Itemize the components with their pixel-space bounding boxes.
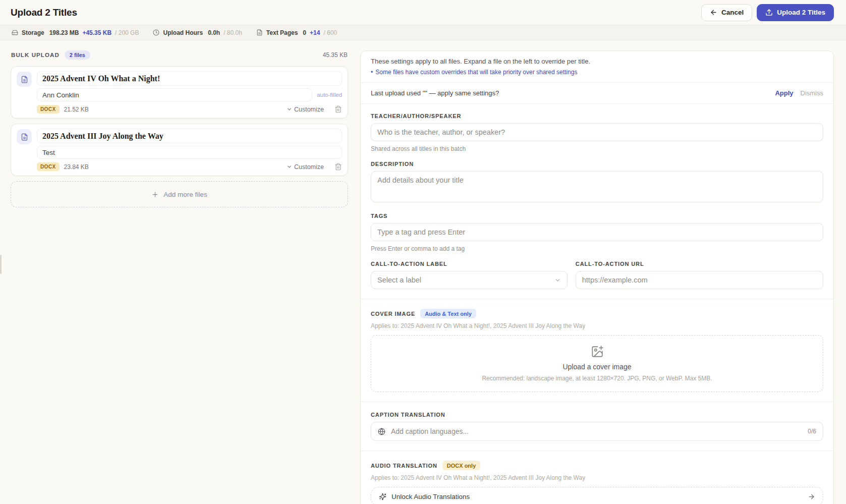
upload-hours-used: 0.0h [208,29,220,36]
page-header: Upload 2 Titles Cancel Upload 2 Titles [0,0,846,25]
image-plus-icon [591,345,604,358]
usage-stats-bar: Storage 198.23 MB +45.35 KB / 200 GB Upl… [0,25,846,40]
delete-file-button[interactable] [334,105,342,113]
override-note-text: Some files have custom overrides that wi… [375,69,577,76]
dropzone-hint: Recommended: landscape image, at least 1… [482,375,712,382]
cover-image-dropzone[interactable]: Upload a cover image Recommended: landsc… [371,335,823,392]
description-field: DESCRIPTION [371,161,823,204]
upload-titles-button[interactable]: Upload 2 Titles [757,4,834,21]
storage-stat: Storage 198.23 MB +45.35 KB / 200 GB [12,29,139,36]
storage-used: 198.23 MB [49,29,79,36]
add-more-files-button[interactable]: Add more files [11,181,348,207]
file-author-input[interactable] [37,88,312,101]
caption-translation-label: CAPTION TRANSLATION [371,412,823,418]
document-icon [17,72,32,87]
chevron-down-icon [287,164,292,170]
cta-label-select[interactable]: Select a label [371,271,568,289]
file-fields: auto-filled DOCX 21.52 KB Customize [37,71,342,114]
customize-button[interactable]: Customize [287,106,324,113]
audio-translation-section: AUDIO TRANSLATION DOCX only Applies to: … [371,461,823,504]
trash-icon [334,105,342,113]
cta-url-input[interactable] [576,271,823,289]
file-type-badge: DOCX [37,162,60,171]
storage-label: Storage [22,29,44,36]
dismiss-button[interactable]: Dismiss [801,89,824,97]
audio-applies-to: Applies to: 2025 Advent IV Oh What a Nig… [371,474,823,481]
upload-button-label: Upload 2 Titles [777,9,825,16]
file-title-input[interactable] [37,129,342,143]
author-row [37,146,342,159]
page-title: Upload 2 Titles [11,7,77,18]
caption-languages-box: 0/6 [371,422,823,441]
file-type-badge: DOCX [37,105,60,114]
audio-translation-label: AUDIO TRANSLATION [371,463,437,469]
unlock-audio-translations-button[interactable]: Unlock Audio Translations [371,487,823,504]
globe-icon [378,428,385,435]
sparkles-icon [379,493,386,500]
customize-button[interactable]: Customize [287,163,324,171]
files-count-badge: 2 files [65,50,90,60]
cta-label-value: Select a label [377,276,421,284]
chevron-down-icon [287,106,292,112]
plus-icon [151,191,159,198]
section-divider [361,402,833,402]
cta-url-field: CALL-TO-ACTION URL [576,261,823,289]
upload-hours-label: Upload Hours [163,29,203,36]
bulk-upload-header: BULK UPLOAD 2 files 45.35 KB [11,50,348,60]
file-fields: DOCX 23.84 KB Customize [37,129,342,171]
cta-label-field: CALL-TO-ACTION LABEL Select a label [371,261,568,289]
file-meta-row: DOCX 23.84 KB Customize [37,162,342,171]
audio-translation-badge: DOCX only [442,461,480,470]
text-pages-label: Text Pages [266,29,298,36]
caption-languages-input[interactable] [390,427,803,436]
tags-helper: Press Enter or comma to add a tag [371,245,823,252]
main-content: BULK UPLOAD 2 files 45.35 KB auto-filled… [0,40,846,504]
teacher-label: TEACHER/AUTHOR/SPEAKER [371,113,823,119]
tags-label: TAGS [371,213,823,219]
unlock-label: Unlock Audio Translations [391,493,470,500]
file-size: 23.84 KB [64,163,89,171]
upload-hours-stat: Upload Hours 0.0h / 80.0h [153,29,242,36]
teacher-helper: Shared across all titles in this batch [371,145,823,152]
description-textarea[interactable] [371,171,823,202]
cover-image-badge: Audio & Text only [420,309,476,318]
cancel-button-label: Cancel [721,9,744,16]
tags-input[interactable] [371,223,823,241]
settings-form: TEACHER/AUTHOR/SPEAKER Shared across all… [361,104,833,504]
cover-image-section: COVER IMAGE Audio & Text only Applies to… [371,309,823,392]
dropzone-title: Upload a cover image [562,363,631,371]
bulk-upload-title: BULK UPLOAD [11,52,60,58]
text-pages-used: 0 [303,29,306,36]
arrow-right-icon [808,493,815,500]
file-card: DOCX 23.84 KB Customize [11,124,348,176]
trash-icon [334,163,342,171]
file-author-input[interactable] [37,146,342,159]
text-pages-total: / 600 [323,29,337,36]
file-card: auto-filled DOCX 21.52 KB Customize [11,66,348,119]
audio-translation-header: AUDIO TRANSLATION DOCX only [371,461,823,470]
caption-translation-section: CAPTION TRANSLATION 0/6 [371,412,823,441]
last-upload-banner: Last upload used "" — apply same setting… [361,83,833,104]
customize-label: Customize [294,106,324,113]
bulk-upload-panel: BULK UPLOAD 2 files 45.35 KB auto-filled… [11,50,348,207]
total-size: 45.35 KB [323,51,348,59]
cta-row: CALL-TO-ACTION LABEL Select a label CALL… [371,261,823,289]
add-more-files-label: Add more files [163,191,207,198]
clock-icon [153,29,159,36]
teacher-field: TEACHER/AUTHOR/SPEAKER Shared across all… [371,113,823,152]
header-actions: Cancel Upload 2 Titles [701,4,834,21]
customize-label: Customize [294,163,324,171]
file-title-input[interactable] [37,71,342,86]
file-size: 21.52 KB [64,106,89,113]
cover-image-label: COVER IMAGE [371,311,415,317]
text-pages-delta: +14 [310,29,320,36]
delete-file-button[interactable] [334,163,342,171]
description-label: DESCRIPTION [371,161,823,167]
cover-applies-to: Applies to: 2025 Advent IV Oh What a Nig… [371,322,823,329]
scrollbar-thumb[interactable] [0,255,2,274]
tags-field: TAGS Press Enter or comma to add a tag [371,213,823,252]
apply-button[interactable]: Apply [775,89,793,97]
cancel-button[interactable]: Cancel [701,4,752,21]
settings-intro: These settings apply to all files. Expan… [361,51,833,83]
teacher-input[interactable] [371,123,823,141]
